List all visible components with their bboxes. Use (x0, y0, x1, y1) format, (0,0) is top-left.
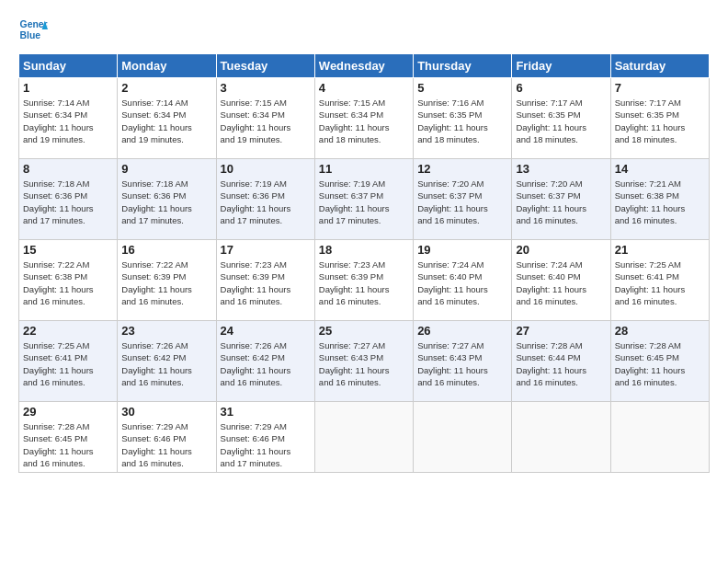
calendar-cell: 22Sunrise: 7:25 AM Sunset: 6:41 PM Dayli… (19, 321, 118, 402)
calendar-cell: 21Sunrise: 7:25 AM Sunset: 6:41 PM Dayli… (610, 240, 709, 321)
day-number: 14 (615, 162, 705, 176)
calendar-cell (512, 402, 610, 473)
day-info: Sunrise: 7:29 AM Sunset: 6:46 PM Dayligh… (121, 420, 211, 469)
day-info: Sunrise: 7:22 AM Sunset: 6:38 PM Dayligh… (23, 259, 113, 307)
calendar-cell: 30Sunrise: 7:29 AM Sunset: 6:46 PM Dayli… (118, 402, 216, 473)
day-number: 18 (319, 243, 409, 257)
calendar-cell: 4Sunrise: 7:15 AM Sunset: 6:34 PM Daylig… (314, 78, 413, 159)
day-info: Sunrise: 7:19 AM Sunset: 6:37 PM Dayligh… (319, 178, 409, 226)
day-info: Sunrise: 7:25 AM Sunset: 6:41 PM Dayligh… (615, 259, 705, 307)
day-number: 31 (221, 405, 311, 419)
day-info: Sunrise: 7:20 AM Sunset: 6:37 PM Dayligh… (516, 178, 606, 226)
weekday-header: Saturday (610, 54, 709, 78)
day-number: 4 (319, 81, 409, 95)
day-info: Sunrise: 7:28 AM Sunset: 6:44 PM Dayligh… (516, 339, 606, 388)
day-number: 12 (417, 162, 507, 176)
calendar-cell: 1Sunrise: 7:14 AM Sunset: 6:34 PM Daylig… (19, 78, 118, 159)
weekday-header: Sunday (19, 54, 118, 78)
day-number: 8 (23, 162, 113, 176)
calendar-cell: 18Sunrise: 7:23 AM Sunset: 6:39 PM Dayli… (314, 240, 413, 321)
calendar-cell: 13Sunrise: 7:20 AM Sunset: 6:37 PM Dayli… (512, 159, 610, 240)
day-number: 30 (121, 405, 211, 419)
calendar-cell: 6Sunrise: 7:17 AM Sunset: 6:35 PM Daylig… (512, 78, 610, 159)
day-info: Sunrise: 7:27 AM Sunset: 6:43 PM Dayligh… (417, 339, 507, 388)
calendar-cell: 19Sunrise: 7:24 AM Sunset: 6:40 PM Dayli… (414, 240, 512, 321)
calendar-cell: 3Sunrise: 7:15 AM Sunset: 6:34 PM Daylig… (216, 78, 314, 159)
day-info: Sunrise: 7:14 AM Sunset: 6:34 PM Dayligh… (23, 97, 113, 145)
calendar-cell: 9Sunrise: 7:18 AM Sunset: 6:36 PM Daylig… (118, 159, 216, 240)
day-number: 10 (221, 162, 311, 176)
day-number: 5 (417, 81, 507, 95)
day-number: 27 (516, 324, 606, 338)
calendar-cell (610, 402, 709, 473)
day-info: Sunrise: 7:26 AM Sunset: 6:42 PM Dayligh… (121, 339, 211, 388)
day-info: Sunrise: 7:23 AM Sunset: 6:39 PM Dayligh… (319, 259, 409, 307)
calendar-cell: 11Sunrise: 7:19 AM Sunset: 6:37 PM Dayli… (314, 159, 413, 240)
calendar-cell (414, 402, 512, 473)
day-number: 11 (319, 162, 409, 176)
calendar: SundayMondayTuesdayWednesdayThursdayFrid… (18, 53, 710, 473)
day-info: Sunrise: 7:24 AM Sunset: 6:40 PM Dayligh… (516, 259, 606, 307)
calendar-cell: 15Sunrise: 7:22 AM Sunset: 6:38 PM Dayli… (19, 240, 118, 321)
calendar-cell: 17Sunrise: 7:23 AM Sunset: 6:39 PM Dayli… (216, 240, 314, 321)
calendar-cell: 23Sunrise: 7:26 AM Sunset: 6:42 PM Dayli… (118, 321, 216, 402)
calendar-cell: 16Sunrise: 7:22 AM Sunset: 6:39 PM Dayli… (118, 240, 216, 321)
day-info: Sunrise: 7:18 AM Sunset: 6:36 PM Dayligh… (121, 178, 211, 226)
svg-text:Blue: Blue (20, 30, 41, 40)
day-info: Sunrise: 7:17 AM Sunset: 6:35 PM Dayligh… (516, 97, 606, 145)
day-info: Sunrise: 7:22 AM Sunset: 6:39 PM Dayligh… (121, 259, 211, 307)
day-info: Sunrise: 7:14 AM Sunset: 6:34 PM Dayligh… (121, 97, 211, 145)
calendar-cell: 24Sunrise: 7:26 AM Sunset: 6:42 PM Dayli… (216, 321, 314, 402)
calendar-cell: 28Sunrise: 7:28 AM Sunset: 6:45 PM Dayli… (610, 321, 709, 402)
header: General Blue (18, 15, 710, 44)
calendar-cell: 25Sunrise: 7:27 AM Sunset: 6:43 PM Dayli… (314, 321, 413, 402)
weekday-header: Wednesday (314, 54, 413, 78)
weekday-header: Thursday (414, 54, 512, 78)
day-number: 16 (121, 243, 211, 257)
day-info: Sunrise: 7:29 AM Sunset: 6:46 PM Dayligh… (221, 420, 311, 469)
day-number: 2 (121, 81, 211, 95)
calendar-cell: 27Sunrise: 7:28 AM Sunset: 6:44 PM Dayli… (512, 321, 610, 402)
calendar-cell: 10Sunrise: 7:19 AM Sunset: 6:36 PM Dayli… (216, 159, 314, 240)
day-info: Sunrise: 7:25 AM Sunset: 6:41 PM Dayligh… (23, 339, 113, 388)
calendar-cell: 12Sunrise: 7:20 AM Sunset: 6:37 PM Dayli… (414, 159, 512, 240)
day-number: 26 (417, 324, 507, 338)
day-info: Sunrise: 7:15 AM Sunset: 6:34 PM Dayligh… (221, 97, 311, 145)
calendar-cell: 7Sunrise: 7:17 AM Sunset: 6:35 PM Daylig… (610, 78, 709, 159)
calendar-cell: 20Sunrise: 7:24 AM Sunset: 6:40 PM Dayli… (512, 240, 610, 321)
calendar-cell: 8Sunrise: 7:18 AM Sunset: 6:36 PM Daylig… (19, 159, 118, 240)
day-number: 17 (221, 243, 311, 257)
logo-icon: General Blue (18, 15, 48, 44)
weekday-header: Friday (512, 54, 610, 78)
calendar-cell: 5Sunrise: 7:16 AM Sunset: 6:35 PM Daylig… (414, 78, 512, 159)
calendar-cell: 2Sunrise: 7:14 AM Sunset: 6:34 PM Daylig… (118, 78, 216, 159)
day-number: 15 (23, 243, 113, 257)
day-number: 22 (23, 324, 113, 338)
day-number: 24 (221, 324, 311, 338)
day-number: 13 (516, 162, 606, 176)
calendar-cell: 29Sunrise: 7:28 AM Sunset: 6:45 PM Dayli… (19, 402, 118, 473)
day-info: Sunrise: 7:19 AM Sunset: 6:36 PM Dayligh… (221, 178, 311, 226)
day-number: 7 (615, 81, 705, 95)
day-info: Sunrise: 7:17 AM Sunset: 6:35 PM Dayligh… (615, 97, 705, 145)
day-info: Sunrise: 7:20 AM Sunset: 6:37 PM Dayligh… (417, 178, 507, 226)
calendar-cell: 14Sunrise: 7:21 AM Sunset: 6:38 PM Dayli… (610, 159, 709, 240)
day-number: 6 (516, 81, 606, 95)
day-number: 23 (121, 324, 211, 338)
logo: General Blue (18, 15, 48, 44)
day-number: 20 (516, 243, 606, 257)
day-info: Sunrise: 7:23 AM Sunset: 6:39 PM Dayligh… (221, 259, 311, 307)
day-info: Sunrise: 7:27 AM Sunset: 6:43 PM Dayligh… (319, 339, 409, 388)
weekday-header: Monday (118, 54, 216, 78)
day-info: Sunrise: 7:16 AM Sunset: 6:35 PM Dayligh… (417, 97, 507, 145)
calendar-cell: 26Sunrise: 7:27 AM Sunset: 6:43 PM Dayli… (414, 321, 512, 402)
calendar-cell (314, 402, 413, 473)
day-number: 19 (417, 243, 507, 257)
day-info: Sunrise: 7:28 AM Sunset: 6:45 PM Dayligh… (23, 420, 113, 469)
day-info: Sunrise: 7:15 AM Sunset: 6:34 PM Dayligh… (319, 97, 409, 145)
day-number: 25 (319, 324, 409, 338)
day-number: 9 (121, 162, 211, 176)
day-number: 1 (23, 81, 113, 95)
day-number: 3 (221, 81, 311, 95)
day-info: Sunrise: 7:21 AM Sunset: 6:38 PM Dayligh… (615, 178, 705, 226)
